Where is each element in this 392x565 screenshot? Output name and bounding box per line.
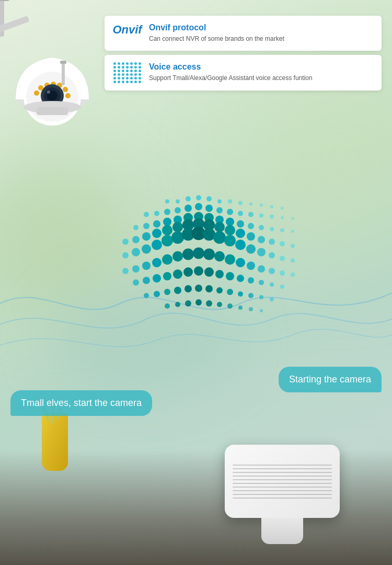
svg-rect-2 — [0, 16, 29, 32]
svg-point-77 — [258, 236, 265, 243]
svg-point-96 — [280, 256, 285, 261]
svg-point-121 — [194, 266, 203, 276]
svg-point-29 — [249, 202, 252, 206]
svg-point-25 — [206, 196, 212, 201]
onvif-description: Can connect NVR of some brands on the ma… — [149, 35, 373, 43]
svg-point-47 — [291, 217, 294, 220]
svg-point-128 — [270, 282, 274, 287]
svg-point-75 — [236, 229, 245, 238]
svg-point-115 — [133, 279, 139, 286]
svg-point-79 — [280, 241, 285, 246]
svg-point-78 — [269, 239, 275, 245]
speaker-grille — [233, 453, 332, 510]
svg-point-116 — [143, 277, 150, 284]
svg-point-33 — [144, 212, 149, 217]
svg-point-84 — [152, 240, 162, 250]
svg-point-46 — [281, 216, 284, 219]
svg-point-136 — [205, 285, 213, 292]
svg-point-40 — [216, 207, 223, 213]
svg-point-26 — [217, 199, 222, 204]
svg-point-6 — [34, 91, 39, 96]
svg-point-130 — [144, 293, 149, 298]
svg-point-34 — [154, 211, 159, 216]
svg-point-144 — [175, 302, 180, 307]
svg-point-135 — [195, 285, 202, 292]
svg-point-109 — [236, 258, 245, 267]
svg-point-148 — [217, 302, 222, 307]
svg-point-93 — [246, 244, 256, 254]
svg-point-106 — [203, 248, 215, 260]
svg-point-133 — [174, 287, 181, 294]
onvif-title: Onvif protocol — [149, 23, 373, 32]
svg-point-37 — [185, 205, 192, 212]
speaker-body — [225, 445, 340, 518]
svg-point-145 — [185, 300, 191, 307]
svg-point-101 — [152, 258, 162, 267]
svg-point-139 — [238, 291, 243, 297]
svg-point-74 — [225, 225, 235, 235]
svg-point-82 — [132, 248, 140, 256]
speaker-base — [261, 518, 303, 544]
svg-point-140 — [248, 293, 253, 298]
svg-point-42 — [238, 211, 243, 216]
svg-point-146 — [195, 299, 202, 306]
svg-point-44 — [259, 213, 263, 218]
voice-content: Voice access Support Tmall/Alexa/Google … — [149, 62, 373, 83]
svg-rect-18 — [60, 61, 66, 64]
voice-description: Support Tmall/Alexa/Google Assistant voi… — [149, 74, 373, 83]
svg-point-67 — [152, 229, 162, 238]
svg-point-152 — [260, 309, 263, 312]
svg-point-11 — [63, 87, 68, 92]
svg-point-114 — [291, 273, 295, 277]
svg-point-129 — [280, 285, 284, 289]
svg-point-62 — [280, 228, 284, 232]
svg-point-22 — [176, 199, 180, 204]
svg-point-124 — [226, 272, 234, 280]
svg-point-98 — [122, 268, 129, 274]
svg-point-38 — [195, 203, 202, 210]
svg-point-30 — [260, 204, 263, 207]
svg-point-123 — [215, 270, 224, 278]
svg-point-39 — [205, 205, 213, 212]
svg-rect-17 — [62, 62, 65, 85]
svg-point-141 — [259, 295, 263, 299]
svg-point-134 — [185, 285, 192, 292]
svg-point-110 — [247, 262, 255, 270]
svg-point-32 — [281, 207, 284, 210]
svg-point-150 — [238, 306, 243, 310]
svg-point-117 — [153, 274, 161, 282]
svg-point-118 — [163, 272, 171, 280]
svg-point-48 — [133, 225, 139, 230]
camera-image — [0, 0, 120, 162]
svg-point-81 — [122, 252, 129, 258]
svg-point-65 — [132, 236, 140, 243]
svg-point-149 — [227, 303, 233, 309]
svg-point-147 — [206, 300, 212, 307]
svg-point-104 — [182, 248, 194, 260]
svg-point-142 — [270, 297, 274, 301]
svg-point-95 — [269, 252, 275, 258]
bubble-left-text: Tmall elves, start the camera — [21, 398, 142, 408]
svg-point-85 — [162, 235, 173, 246]
svg-point-60 — [259, 225, 264, 230]
svg-point-16 — [47, 91, 50, 94]
svg-point-119 — [173, 269, 182, 279]
svg-point-138 — [227, 289, 233, 295]
svg-point-49 — [143, 223, 149, 229]
svg-point-94 — [257, 248, 266, 256]
onvif-icon: Onvif — [113, 23, 142, 37]
voice-card: Voice access Support Tmall/Alexa/Google … — [105, 55, 382, 91]
dot-grid-visualizer — [63, 194, 308, 319]
onvif-logo-text: Onvif — [112, 23, 142, 37]
voice-title: Voice access — [149, 62, 373, 72]
svg-rect-1 — [0, 0, 9, 1]
svg-point-137 — [216, 287, 223, 293]
svg-point-122 — [204, 267, 214, 277]
svg-point-50 — [153, 220, 160, 228]
svg-point-12 — [65, 93, 71, 98]
svg-point-143 — [165, 303, 170, 309]
svg-point-151 — [249, 307, 253, 311]
svg-point-23 — [186, 196, 191, 201]
svg-point-66 — [142, 232, 151, 241]
svg-point-120 — [183, 267, 193, 277]
